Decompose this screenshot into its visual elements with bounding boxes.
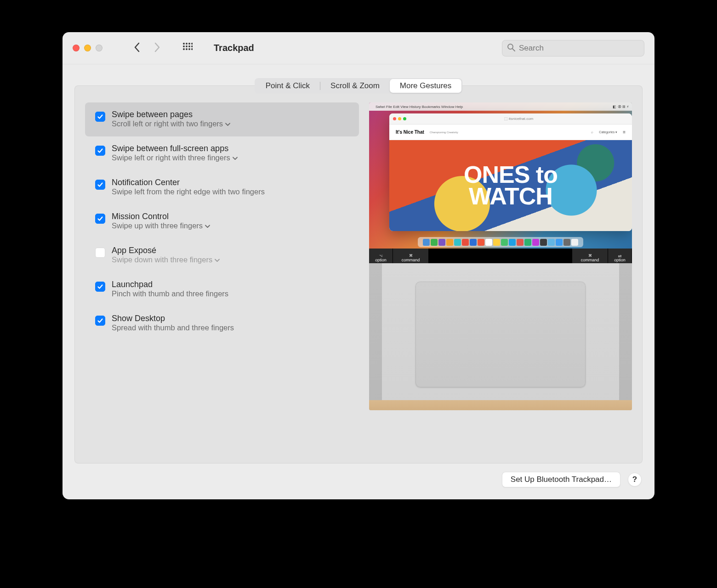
preview-site-logo: It's Nice That — [396, 130, 424, 135]
dock-app-icon — [438, 239, 445, 246]
dock-app-icon — [501, 239, 508, 246]
dock-app-icon — [571, 239, 578, 246]
tab-scroll-zoom[interactable]: Scroll & Zoom — [320, 79, 390, 93]
dock-app-icon — [485, 239, 492, 246]
search-icon — [507, 43, 515, 53]
nav-arrows — [134, 42, 160, 54]
option-subtitle[interactable]: Scroll left or right with two fingers — [112, 119, 230, 128]
option-checkbox[interactable] — [95, 146, 105, 156]
option-checkbox[interactable] — [95, 248, 105, 258]
close-window-button[interactable] — [73, 45, 80, 51]
svg-point-4 — [183, 45, 185, 47]
svg-point-2 — [188, 43, 190, 45]
preview-safari-window: ⬚ itsnicethat.com It's Nice That Champio… — [389, 113, 632, 231]
option-checkbox[interactable] — [95, 180, 105, 190]
gesture-option[interactable]: Mission ControlSwipe up with three finge… — [85, 204, 359, 238]
preview-trackpad-area — [369, 263, 632, 410]
chevron-down-icon — [233, 153, 238, 162]
dock-app-icon — [548, 239, 555, 246]
search-field[interactable] — [502, 40, 644, 57]
preview-trackpad — [415, 282, 586, 387]
gesture-option[interactable]: LaunchpadPinch with thumb and three fing… — [85, 272, 359, 306]
toolbar: Trackpad — [63, 32, 654, 64]
option-title: Launchpad — [112, 280, 228, 289]
gesture-option[interactable]: Swipe between full-screen appsSwipe left… — [85, 136, 359, 170]
gesture-preview: Safari File Edit View History Bookmarks … — [369, 102, 632, 410]
preview-safari-chrome: ⬚ itsnicethat.com — [389, 113, 632, 124]
svg-point-1 — [186, 43, 188, 45]
show-all-button[interactable] — [182, 42, 193, 54]
svg-point-10 — [188, 48, 190, 50]
option-checkbox[interactable] — [95, 112, 105, 122]
svg-point-8 — [183, 48, 185, 50]
gesture-option[interactable]: Swipe between pagesScroll left or right … — [85, 102, 359, 136]
option-checkbox[interactable] — [95, 316, 105, 326]
footer: Set Up Bluetooth Trackpad… ? — [63, 464, 654, 499]
option-title: Mission Control — [112, 212, 210, 221]
chevron-down-icon — [215, 255, 220, 264]
dock-app-icon — [540, 239, 547, 246]
gesture-option[interactable]: Notification CenterSwipe left from the r… — [85, 170, 359, 204]
option-subtitle[interactable]: Swipe down with three fingers — [112, 255, 220, 264]
option-subtitle: Swipe left from the right edge with two … — [112, 187, 265, 196]
dock-app-icon — [454, 239, 461, 246]
svg-point-3 — [191, 43, 193, 45]
svg-point-0 — [183, 43, 185, 45]
option-title: Swipe between pages — [112, 110, 230, 119]
help-button[interactable]: ? — [628, 473, 642, 486]
dock-app-icon — [478, 239, 484, 246]
chevron-down-icon — [205, 221, 210, 230]
gesture-option[interactable]: App ExposéSwipe down with three fingers — [85, 238, 359, 272]
gesture-option[interactable]: Show DesktopSpread with thumb and three … — [85, 306, 359, 340]
option-subtitle: Pinch with thumb and three fingers — [112, 289, 228, 298]
svg-point-6 — [188, 45, 190, 47]
tab-group: Point & Click Scroll & Zoom More Gesture… — [255, 78, 463, 94]
svg-point-11 — [191, 48, 193, 50]
svg-line-13 — [512, 49, 515, 51]
tab-more-gestures[interactable]: More Gestures — [390, 79, 461, 93]
options-list: Swipe between pagesScroll left or right … — [85, 102, 359, 453]
tab-point-click[interactable]: Point & Click — [256, 79, 320, 93]
option-subtitle: Spread with thumb and three fingers — [112, 323, 234, 332]
dock-app-icon — [470, 239, 477, 246]
option-title: Notification Center — [112, 178, 265, 187]
option-checkbox[interactable] — [95, 214, 105, 224]
preview-site-header: It's Nice That Championing Creativity ⌕ … — [389, 124, 632, 140]
dock-app-icon — [431, 239, 438, 246]
preferences-window: Trackpad Point & Click Scroll & Zoom Mor… — [63, 32, 654, 499]
preview-dock — [418, 237, 583, 247]
svg-point-9 — [186, 48, 188, 50]
preview-headline: ONES to WATCH — [464, 164, 558, 207]
content-panel: Swipe between pagesScroll left or right … — [74, 85, 643, 464]
minimize-window-button[interactable] — [84, 45, 91, 51]
dock-app-icon — [524, 239, 531, 246]
option-subtitle[interactable]: Swipe left or right with three fingers — [112, 153, 238, 162]
svg-point-5 — [186, 45, 188, 47]
preview-keyboard: ⌥option ⌘command ⌘command altoption — [369, 249, 632, 263]
svg-point-7 — [191, 45, 193, 47]
page-title: Trackpad — [214, 43, 254, 53]
option-checkbox[interactable] — [95, 282, 105, 292]
option-title: Swipe between full-screen apps — [112, 144, 238, 153]
dock-app-icon — [556, 239, 563, 246]
option-title: App Exposé — [112, 246, 220, 255]
search-input[interactable] — [519, 44, 639, 53]
setup-bluetooth-button[interactable]: Set Up Bluetooth Trackpad… — [502, 472, 620, 487]
dock-app-icon — [423, 239, 430, 246]
preview-screen: Safari File Edit View History Bookmarks … — [369, 102, 632, 249]
dock-app-icon — [517, 239, 524, 246]
dock-app-icon — [493, 239, 500, 246]
dock-app-icon — [446, 239, 453, 246]
forward-button[interactable] — [154, 42, 160, 54]
back-button[interactable] — [134, 42, 140, 54]
preview-site-body: ONES to WATCH — [389, 140, 632, 231]
dock-app-icon — [462, 239, 469, 246]
zoom-window-button[interactable] — [96, 45, 102, 51]
option-subtitle[interactable]: Swipe up with three fingers — [112, 221, 210, 230]
window-controls — [73, 45, 102, 51]
option-title: Show Desktop — [112, 314, 234, 323]
chevron-down-icon — [225, 119, 230, 128]
dock-app-icon — [509, 239, 516, 246]
dock-app-icon — [563, 239, 570, 246]
preview-menubar: Safari File Edit View History Bookmarks … — [369, 102, 632, 111]
